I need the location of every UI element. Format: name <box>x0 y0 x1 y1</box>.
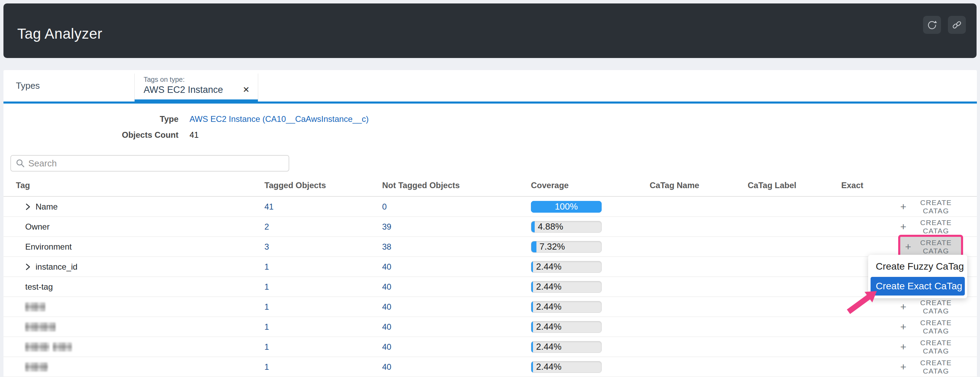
coverage-value: 2.44% <box>536 282 562 292</box>
plus-icon: + <box>900 222 907 232</box>
redacted-tag-name <box>53 342 72 352</box>
refresh-button[interactable] <box>923 16 941 34</box>
coverage-value: 2.44% <box>536 301 562 312</box>
tag-analyzer-page: Tag Analyzer Types Tags <box>0 0 980 377</box>
coverage-bar: 2.44% <box>531 281 602 293</box>
main-card: Types Tags on type: AWS EC2 Instance ✕ T… <box>3 70 977 377</box>
column-header-not-tagged: Not Tagged Objects <box>382 181 531 190</box>
table-row: 1 40 2.44% + CREATE CATAG <box>3 357 977 377</box>
table-row: 1 40 2.44% + CREATE CATAG <box>3 297 977 317</box>
menu-item-create-exact-catag[interactable]: Create Exact CaTag <box>870 277 965 296</box>
column-header-catag-label: CaTag Label <box>748 181 841 190</box>
search-input[interactable] <box>28 158 289 169</box>
search-box <box>10 155 289 172</box>
not-tagged-objects-link[interactable]: 40 <box>382 302 391 312</box>
tab-tags-on-type[interactable]: Tags on type: AWS EC2 Instance ✕ <box>135 70 258 102</box>
coverage-bar: 2.44% <box>531 321 602 333</box>
chevron-right-icon[interactable] <box>25 204 31 210</box>
tab-overline: Tags on type: <box>143 76 185 84</box>
coverage-bar: 2.44% <box>531 301 602 313</box>
plus-icon: + <box>900 342 907 352</box>
create-catag-button[interactable]: + CREATE CATAG <box>898 197 963 216</box>
chevron-right-icon[interactable] <box>25 263 31 270</box>
tab-types[interactable]: Types <box>3 70 134 102</box>
column-header-catag-name: CaTag Name <box>650 181 748 190</box>
table-row: instance_id 1 40 2.44% <box>3 257 977 277</box>
table-row: Name 41 0 100% + CREATE CATAG <box>3 197 977 217</box>
refresh-icon <box>926 19 938 31</box>
tag-name: Owner <box>25 222 50 232</box>
coverage-bar: 2.44% <box>531 361 602 373</box>
create-catag-button[interactable]: + CREATE CATAG <box>898 317 963 337</box>
tagged-objects-link[interactable]: 1 <box>264 282 269 291</box>
tagged-objects-link[interactable]: 1 <box>264 262 269 271</box>
table-body: Name 41 0 100% + CREATE CATAG Own <box>3 197 977 377</box>
table-row: 1 40 2.44% + CREATE CATAG <box>3 337 977 357</box>
column-header-tag: Tag <box>3 181 264 190</box>
tagged-objects-link[interactable]: 41 <box>264 202 274 211</box>
tab-label: AWS EC2 Instance <box>143 84 223 95</box>
table-row: Environment 3 38 7.32% + CREATE CATAG <box>3 237 977 257</box>
coverage-value: 2.44% <box>536 342 562 352</box>
coverage-value: 2.44% <box>536 321 562 332</box>
not-tagged-objects-link[interactable]: 40 <box>382 342 391 352</box>
not-tagged-objects-link[interactable]: 38 <box>382 242 391 251</box>
coverage-value: 100% <box>531 201 601 212</box>
create-catag-button[interactable]: + CREATE CATAG <box>898 357 963 377</box>
coverage-value: 2.44% <box>536 261 562 272</box>
create-catag-menu: Create Fuzzy CaTag Create Exact CaTag <box>868 255 967 298</box>
coverage-bar: 7.32% <box>531 241 602 253</box>
plus-icon: + <box>905 242 912 252</box>
redacted-tag-name <box>25 363 48 371</box>
tab-divider <box>258 73 258 102</box>
create-catag-button[interactable]: + CREATE CATAG <box>898 217 963 237</box>
coverage-bar: 2.44% <box>531 341 602 353</box>
redacted-tag-name <box>25 342 49 352</box>
table-row: test-tag 1 40 2.44% <box>3 277 977 297</box>
tagged-objects-link[interactable]: 2 <box>264 222 269 231</box>
create-catag-button[interactable]: + CREATE CATAG <box>903 237 958 256</box>
objects-count-label: Objects Count <box>3 130 178 140</box>
column-header-tagged: Tagged Objects <box>264 181 382 190</box>
tab-bar: Types Tags on type: AWS EC2 Instance ✕ <box>3 70 977 103</box>
permalink-button[interactable] <box>948 16 966 34</box>
tagged-objects-link[interactable]: 3 <box>264 242 269 251</box>
coverage-bar: 2.44% <box>531 261 602 273</box>
search-icon <box>16 159 25 168</box>
menu-item-create-fuzzy-catag[interactable]: Create Fuzzy CaTag <box>868 256 967 277</box>
tag-name: instance_id <box>35 262 77 272</box>
create-catag-button[interactable]: + CREATE CATAG <box>898 337 963 356</box>
coverage-value: 2.44% <box>536 361 562 372</box>
redacted-tag-name <box>25 302 45 312</box>
coverage-bar: 100% <box>531 201 602 213</box>
plus-icon: + <box>900 302 907 312</box>
type-label: Type <box>3 114 178 124</box>
tagged-objects-link[interactable]: 1 <box>264 342 269 352</box>
tag-name: test-tag <box>25 282 53 292</box>
close-icon[interactable]: ✕ <box>240 85 251 94</box>
app-header: Tag Analyzer <box>3 3 977 58</box>
plus-icon: + <box>900 322 907 332</box>
coverage-bar: 4.88% <box>531 221 602 233</box>
create-catag-button[interactable]: + CREATE CATAG <box>898 297 963 317</box>
page-title: Tag Analyzer <box>17 25 102 42</box>
not-tagged-objects-link[interactable]: 39 <box>382 222 391 231</box>
table-row: Owner 2 39 4.88% + CREATE CATAG <box>3 217 977 237</box>
not-tagged-objects-link[interactable]: 40 <box>382 362 391 371</box>
not-tagged-objects-link[interactable]: 40 <box>382 322 391 331</box>
tagged-objects-link[interactable]: 1 <box>264 302 269 312</box>
tag-name: Environment <box>25 242 72 252</box>
tag-name: Name <box>35 202 58 212</box>
tagged-objects-link[interactable]: 1 <box>264 322 269 331</box>
column-header-coverage: Coverage <box>531 181 650 190</box>
not-tagged-objects-link[interactable]: 40 <box>382 282 391 291</box>
type-link[interactable]: AWS EC2 Instance (CA10__CaAwsInstance__c… <box>189 114 369 124</box>
coverage-value: 4.88% <box>538 221 563 232</box>
table-row: 1 40 2.44% + CREATE CATAG <box>3 317 977 337</box>
not-tagged-objects-link[interactable]: 0 <box>382 202 387 211</box>
not-tagged-objects-link[interactable]: 40 <box>382 262 391 271</box>
column-header-exact: Exact <box>841 181 898 190</box>
tagged-objects-link[interactable]: 1 <box>264 362 269 371</box>
redacted-tag-name <box>25 323 56 331</box>
coverage-value: 7.32% <box>539 241 565 252</box>
